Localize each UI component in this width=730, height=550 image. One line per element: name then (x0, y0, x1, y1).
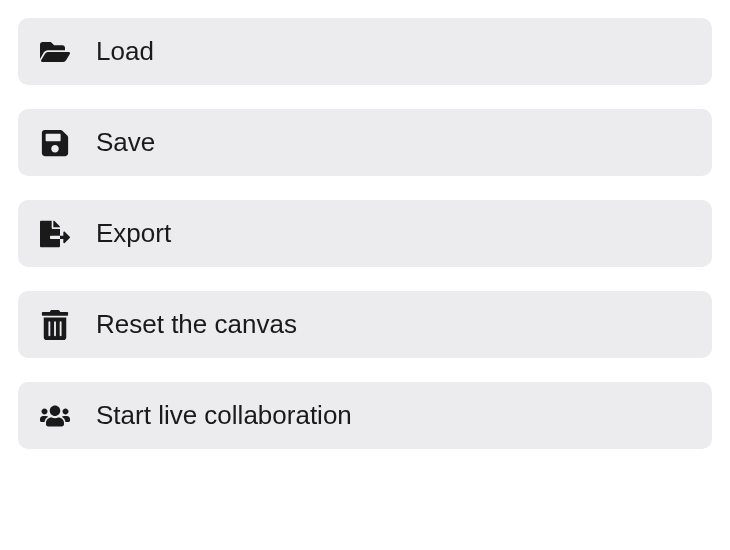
folder-open-icon (40, 37, 70, 67)
save-icon (40, 128, 70, 158)
menu-item-label: Save (96, 127, 155, 158)
start-live-collaboration-button[interactable]: Start live collaboration (18, 382, 712, 449)
export-icon (40, 219, 70, 249)
users-icon (40, 401, 70, 431)
trash-icon (40, 310, 70, 340)
load-button[interactable]: Load (18, 18, 712, 85)
menu-item-label: Export (96, 218, 171, 249)
reset-canvas-button[interactable]: Reset the canvas (18, 291, 712, 358)
save-button[interactable]: Save (18, 109, 712, 176)
menu-item-label: Load (96, 36, 154, 67)
menu-item-label: Start live collaboration (96, 400, 352, 431)
menu-list: Load Save Export Reset the canvas Start … (18, 18, 712, 449)
menu-item-label: Reset the canvas (96, 309, 297, 340)
export-button[interactable]: Export (18, 200, 712, 267)
